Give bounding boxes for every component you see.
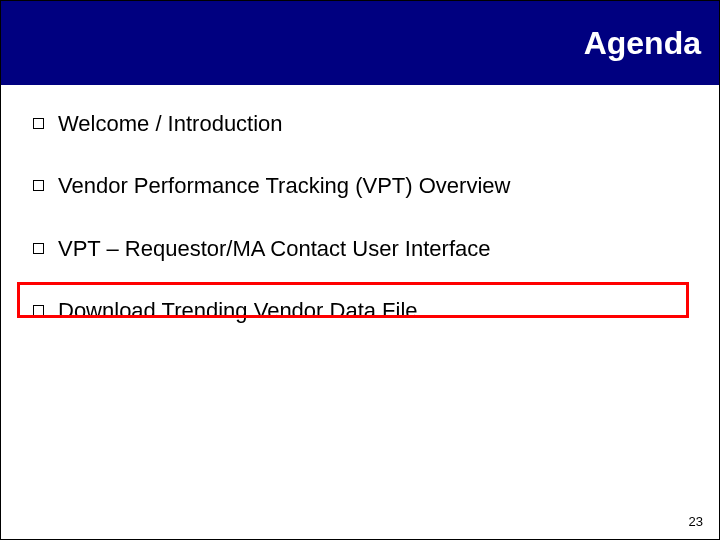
list-item-text: Vendor Performance Tracking (VPT) Overvi… [58,173,510,199]
list-item: VPT – Requestor/MA Contact User Interfac… [33,234,687,264]
list-item: Download Trending Vendor Data File [33,296,687,326]
content-area: Welcome / Introduction Vendor Performanc… [33,109,687,499]
checkbox-bullet-icon [33,118,44,129]
title-bar: Agenda [1,1,719,85]
list-item-text: Welcome / Introduction [58,111,283,137]
list-item: Vendor Performance Tracking (VPT) Overvi… [33,171,687,201]
slide-title: Agenda [584,25,701,62]
checkbox-bullet-icon [33,243,44,254]
slide: Agenda Welcome / Introduction Vendor Per… [0,0,720,540]
list-item-text: Download Trending Vendor Data File [58,298,418,324]
checkbox-bullet-icon [33,305,44,316]
checkbox-bullet-icon [33,180,44,191]
list-item: Welcome / Introduction [33,109,687,139]
page-number: 23 [689,514,703,529]
list-item-text: VPT – Requestor/MA Contact User Interfac… [58,236,490,262]
